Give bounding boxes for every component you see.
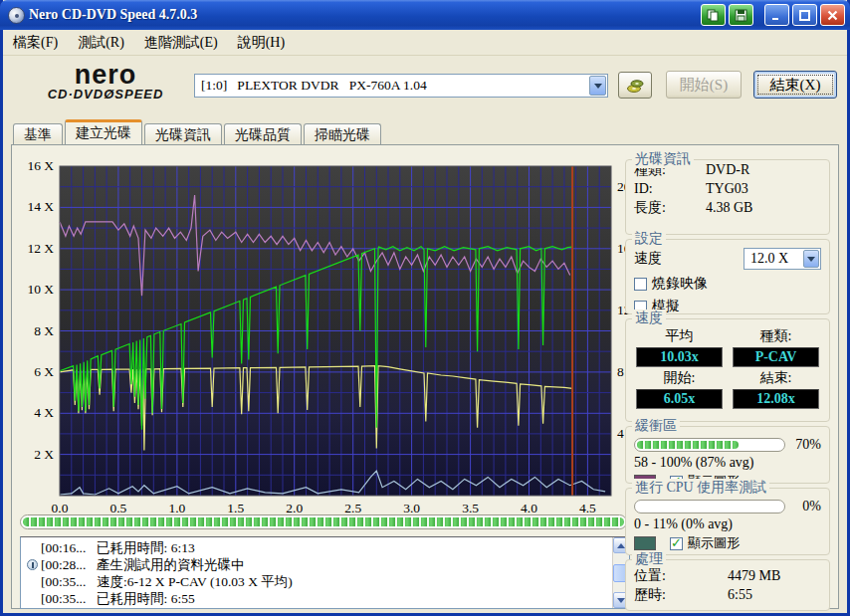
buffer-percent: 70% <box>785 437 821 453</box>
start-speed-label: 開始: <box>636 369 723 387</box>
settings-title: 設定 <box>632 230 666 248</box>
speed-group: 速度 平均 種類: 10.03x P-CAV 開始: 結束: 6.05x 12.… <box>625 318 830 422</box>
start-speed-display: 6.05x <box>636 389 723 409</box>
speed-type-label: 種類: <box>733 327 819 345</box>
app-window: Nero CD-DVD Speed 4.7.0.3 <box>0 0 850 616</box>
minimize-button[interactable] <box>764 4 789 26</box>
eject-button[interactable] <box>618 72 652 99</box>
menu-bar: 檔案(F) 測試(R) 進階測試(E) 說明(H) <box>3 30 847 56</box>
avg-speed-display: 10.03x <box>636 347 723 367</box>
cpu-title: 進行 CPU 使用率測試 <box>632 479 769 497</box>
tab-scan-disc[interactable]: 掃瞄光碟 <box>304 123 381 145</box>
side-panel: 光碟資訊 種類:DVD-R ID:TYG03 長度:4.38 GB 設定 速度 … <box>625 149 834 606</box>
disc-length-value: 4.38 GB <box>706 198 752 217</box>
disc-id-value: TYG03 <box>706 179 748 198</box>
info-icon <box>27 559 38 570</box>
app-icon <box>8 7 25 24</box>
nero-logo: nero CD·DVDØSPEED <box>31 63 180 102</box>
speed-chart: 2 X4 X6 X8 X10 X12 X14 X16 X481216200.00… <box>18 152 631 513</box>
menu-test[interactable]: 測試(R) <box>68 31 134 55</box>
write-speed-arrow[interactable] <box>803 250 819 268</box>
write-speed-label: 速度 <box>634 250 662 268</box>
process-group: 處理 位置:4479 MB 歷時:6:55 <box>625 559 830 611</box>
svg-text:8: 8 <box>617 364 624 379</box>
chevron-down-icon <box>594 84 602 89</box>
tab-strip: 基準 建立光碟 光碟資訊 光碟品質 掃瞄光碟 <box>13 119 839 145</box>
position-value: 4479 MB <box>728 566 780 585</box>
process-title: 處理 <box>632 550 666 568</box>
speed-title: 速度 <box>632 309 666 327</box>
log-entry[interactable]: [00:35... 已耗用時間: 6:55 <box>23 590 612 607</box>
overall-progress-fill <box>23 517 624 526</box>
close-icon <box>827 10 838 21</box>
window-title: Nero CD-DVD Speed 4.7.0.3 <box>29 7 698 23</box>
pages-icon <box>707 9 720 22</box>
maximize-icon <box>799 10 810 21</box>
svg-text:6 X: 6 X <box>34 364 54 379</box>
menu-file[interactable]: 檔案(F) <box>3 31 68 55</box>
disc-id-label: ID: <box>634 179 706 198</box>
svg-text:12 X: 12 X <box>27 241 54 256</box>
disc-length-label: 長度: <box>634 198 706 217</box>
nero-logo-text: nero <box>31 63 180 87</box>
cpu-color-swatch <box>634 536 656 550</box>
overall-progress-bar <box>20 514 627 529</box>
chevron-down-icon <box>807 257 815 262</box>
write-speed-value: 12.0 X <box>744 251 803 267</box>
tab-benchmark[interactable]: 基準 <box>13 123 63 145</box>
drive-select-arrow[interactable] <box>589 76 606 96</box>
end-speed-label: 結束: <box>733 369 819 387</box>
tab-disc-info[interactable]: 光碟資訊 <box>144 123 222 145</box>
end-speed-display: 12.08x <box>733 389 819 409</box>
exit-button[interactable]: 結束(X) <box>753 71 837 99</box>
svg-text:2 X: 2 X <box>34 447 54 462</box>
cdspeed-logo-text: CD·DVDØSPEED <box>31 87 180 102</box>
disc-tray-icon <box>626 78 644 94</box>
save-button[interactable] <box>729 4 753 26</box>
start-button[interactable]: 開始(S) <box>666 71 742 99</box>
tab-create-disc[interactable]: 建立光碟 <box>65 119 142 145</box>
svg-text:3.0: 3.0 <box>403 501 420 513</box>
disc-type-value: DVD-R <box>706 160 749 179</box>
cpu-group: 進行 CPU 使用率測試 0% 0 - 11% (0% avg) 顯示圖形 <box>625 488 830 555</box>
tab-disc-quality[interactable]: 光碟品質 <box>224 123 302 145</box>
burn-image-checkbox[interactable] <box>634 278 647 291</box>
log-entry[interactable]: [00:16... 已耗用時間: 6:13 <box>23 539 612 556</box>
title-bar[interactable]: Nero CD-DVD Speed 4.7.0.3 <box>0 0 850 30</box>
svg-text:4.0: 4.0 <box>521 501 537 513</box>
svg-text:2.5: 2.5 <box>344 501 361 513</box>
svg-text:0.5: 0.5 <box>109 501 126 513</box>
svg-text:4 X: 4 X <box>34 405 54 420</box>
maximize-button[interactable] <box>792 4 817 26</box>
log-entry[interactable]: [00:28... 產生測試用的資料光碟中 <box>23 556 612 573</box>
cpu-percent: 0% <box>785 499 821 514</box>
create-disc-page: 2 X4 X6 X8 X10 X12 X14 X16 X481216200.00… <box>11 144 839 609</box>
arrow-up-icon <box>617 543 625 548</box>
svg-text:1.5: 1.5 <box>227 501 244 513</box>
cpu-range: 0 - 11% (0% avg) <box>634 516 829 532</box>
avg-speed-label: 平均 <box>636 327 723 345</box>
menu-advanced-test[interactable]: 進階測試(E) <box>134 31 228 55</box>
header: nero CD·DVDØSPEED [1:0] PLEXTOR DVDR PX-… <box>3 57 847 117</box>
elapsed-value: 6:55 <box>728 585 752 604</box>
menu-help[interactable]: 說明(H) <box>228 31 295 55</box>
log-lines: [00:16... 已耗用時間: 6:13 [00:28... 產生測試用的資料… <box>21 537 612 608</box>
log-listbox[interactable]: [00:16... 已耗用時間: 6:13 [00:28... 產生測試用的資料… <box>20 536 630 609</box>
buffer-group: 緩衝區 70% 58 - 100% (87% avg) 顯示圖形 <box>625 426 830 484</box>
svg-text:14 X: 14 X <box>27 199 54 214</box>
minimize-icon <box>771 10 782 21</box>
cpu-show-graph-checkbox[interactable] <box>670 537 683 550</box>
position-label: 位置: <box>634 566 702 585</box>
svg-text:3.5: 3.5 <box>462 501 479 513</box>
svg-text:4: 4 <box>617 426 624 441</box>
close-button[interactable] <box>820 4 845 26</box>
elapsed-label: 歷時: <box>634 585 702 604</box>
burn-image-label: 燒錄映像 <box>652 275 708 293</box>
svg-text:4.5: 4.5 <box>579 501 596 513</box>
log-entry[interactable]: [00:35... 速度:6-12 X P-CAV (10.03 X 平均) <box>23 573 612 590</box>
write-speed-select[interactable]: 12.0 X <box>744 248 821 270</box>
svg-text:2.0: 2.0 <box>286 501 303 513</box>
drive-select[interactable]: [1:0] PLEXTOR DVDR PX-760A 1.04 <box>194 74 608 98</box>
buffer-range: 58 - 100% (87% avg) <box>634 455 829 471</box>
report-button[interactable] <box>701 4 726 26</box>
